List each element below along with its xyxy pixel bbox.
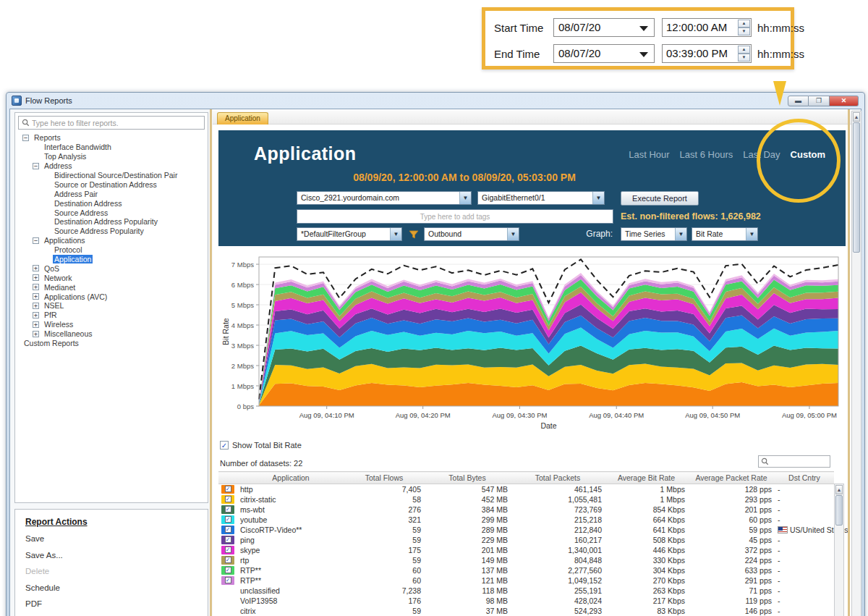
collapse-icon[interactable]: −	[33, 163, 39, 169]
chevron-down-icon[interactable]: ▼	[507, 228, 519, 240]
expand-icon[interactable]: +	[33, 265, 39, 271]
column-header-total-bytes[interactable]: Total Bytes	[424, 472, 511, 484]
series-visible-checkbox[interactable]: ✓	[225, 536, 231, 543]
tree-item-address-pair[interactable]: Address Pair	[17, 189, 206, 198]
table-row[interactable]: ✓ms-wbt276384 MB723,769854 Kbps201 pps-	[218, 505, 834, 515]
range-link-last-hour[interactable]: Last Hour	[629, 149, 669, 160]
close-button[interactable]: ✕	[830, 96, 859, 106]
chevron-down-icon[interactable]: ▼	[592, 192, 604, 204]
tree-item-interface-bandwidth[interactable]: Interface Bandwidth	[17, 143, 206, 152]
table-row[interactable]: ✓RTP**60121 MB1,049,152270 Kbps291 pps-	[218, 575, 834, 586]
tree-item-destination-address[interactable]: Destination Address	[17, 198, 206, 208]
tree-item-nsel[interactable]: +NSEL	[17, 301, 206, 311]
maximize-button[interactable]: ❐	[809, 96, 830, 106]
table-row[interactable]: ✓skype175201 MB1,340,001446 Kbps372 pps-	[218, 545, 834, 555]
table-row[interactable]: citrix5937 MB524,29383 Kbps146 pps-	[218, 606, 834, 616]
time-spinner[interactable]: ▲▼	[738, 46, 750, 62]
chevron-down-icon[interactable]: ▼	[675, 228, 686, 240]
report-filter-searchbox[interactable]	[18, 116, 205, 130]
graph-type-dropdown[interactable]: Time Series▼	[621, 227, 687, 241]
graph-metric-dropdown[interactable]: Bit Rate▼	[692, 227, 758, 241]
series-visible-checkbox[interactable]: ✓	[225, 526, 231, 533]
tree-item-wireless[interactable]: +Wireless	[17, 320, 206, 329]
time-spinner[interactable]: ▲▼	[738, 20, 750, 35]
collapse-icon[interactable]: −	[22, 135, 29, 141]
series-visible-checkbox[interactable]: ✓	[225, 577, 231, 583]
scroll-thumb[interactable]	[835, 495, 843, 526]
action-pdf[interactable]: PDF	[25, 599, 208, 616]
minimize-button[interactable]: ▬	[788, 96, 809, 106]
dropdown-arrow-icon[interactable]	[639, 26, 648, 31]
filter-group-dropdown[interactable]: *DefaultFilterGroup▼	[297, 227, 402, 241]
column-header-application[interactable]: Application	[237, 472, 344, 484]
expand-icon[interactable]: +	[33, 312, 39, 318]
expand-icon[interactable]: +	[33, 303, 39, 309]
spin-down-icon[interactable]: ▼	[738, 28, 750, 35]
expand-icon[interactable]: +	[33, 293, 39, 300]
main-scrollbar[interactable]: ▲	[851, 111, 861, 616]
chevron-down-icon[interactable]: ▼	[746, 228, 757, 240]
column-header-total-packets[interactable]: Total Packets	[511, 472, 605, 484]
show-total-checkbox[interactable]: ✓	[220, 441, 229, 450]
tree-item-miscellaneous[interactable]: +Miscellaneous	[17, 329, 206, 339]
end-date-dropdown[interactable]: 08/07/20	[553, 44, 655, 63]
expand-icon[interactable]: +	[33, 284, 39, 290]
tab-application[interactable]: Application	[217, 112, 268, 125]
tree-item-bidirectional-source-destination-pair[interactable]: Bidirectional Source/Destination Pair	[17, 171, 206, 180]
chevron-down-icon[interactable]: ▼	[459, 192, 471, 204]
chevron-down-icon[interactable]: ▼	[390, 228, 401, 240]
tree-item-applications-avc-[interactable]: +Applications (AVC)	[17, 292, 206, 301]
spin-up-icon[interactable]: ▲	[738, 20, 750, 28]
scroll-up-icon[interactable]: ▲	[835, 485, 843, 494]
tree-item-source-address[interactable]: Source Address	[17, 208, 206, 217]
series-visible-checkbox[interactable]: ✓	[225, 496, 231, 502]
column-header-average-bit-rate[interactable]: Average Bit Rate	[605, 472, 688, 484]
tree-item-address[interactable]: −Address	[17, 161, 206, 171]
tags-input[interactable]	[297, 209, 613, 224]
table-row[interactable]: ✓CiscoRTP-Video**59289 MB212,840641 Kbps…	[218, 525, 834, 535]
execute-report-button[interactable]: Execute Report	[621, 191, 699, 206]
scroll-up-icon[interactable]: ▲	[853, 112, 860, 122]
table-row[interactable]: unclassified7,238118 MB255,191263 Kbps71…	[218, 586, 834, 596]
column-header-average-packet-rate[interactable]: Average Packet Rate	[688, 472, 775, 484]
spin-down-icon[interactable]: ▼	[738, 54, 750, 62]
direction-dropdown[interactable]: Outbound▼	[424, 227, 519, 241]
tree-item-application[interactable]: Application	[17, 255, 206, 264]
table-row[interactable]: ✓http7,405547 MB461,1451 Mbps128 pps-	[218, 484, 834, 494]
tree-item-reports[interactable]: −Reports	[17, 133, 206, 143]
tree-item-top-analysis[interactable]: Top Analysis	[17, 152, 206, 161]
tree-item-source-or-destination-address[interactable]: Source or Destination Address	[17, 180, 206, 189]
range-link-last-day[interactable]: Last Day	[743, 149, 780, 160]
action-schedule[interactable]: Schedule	[25, 583, 208, 600]
series-visible-checkbox[interactable]: ✓	[225, 567, 231, 573]
range-link-custom[interactable]: Custom	[791, 149, 825, 160]
tree-item-custom-reports[interactable]: Custom Reports	[17, 339, 206, 348]
column-header-dst-cntry[interactable]: Dst Cntry	[775, 472, 834, 484]
tree-item-source-address-popularity[interactable]: Source Address Popularity	[17, 227, 206, 236]
dropdown-arrow-icon[interactable]	[639, 52, 648, 57]
action-save[interactable]: Save	[25, 534, 208, 551]
expand-icon[interactable]: +	[33, 331, 39, 337]
column-header-total-flows[interactable]: Total Flows	[344, 472, 424, 484]
source-interface-dropdown[interactable]: GigabitEthernet0/1▼	[477, 191, 605, 205]
filter-funnel-icon[interactable]	[408, 229, 420, 240]
window-titlebar[interactable]: Flow Reports ▬ ❐ ✕	[7, 93, 864, 109]
table-row[interactable]: ✓ping59229 MB160,217508 Kbps45 pps-	[218, 535, 834, 545]
series-visible-checkbox[interactable]: ✓	[225, 557, 231, 563]
table-row[interactable]: ✓rtp59149 MB804,848330 Kbps224 pps-	[218, 555, 834, 565]
table-row[interactable]: ✓citrix-static58452 MB1,055,4811 Mbps293…	[218, 494, 834, 505]
scroll-thumb[interactable]	[853, 122, 860, 253]
collapse-icon[interactable]: −	[33, 237, 39, 244]
range-link-last-6-hours[interactable]: Last 6 Hours	[680, 149, 733, 160]
expand-icon[interactable]: +	[33, 274, 39, 281]
tree-item-destination-address-popularity[interactable]: Destination Address Popularity	[17, 217, 206, 227]
tree-item-medianet[interactable]: +Medianet	[17, 282, 206, 292]
sidebar-splitter[interactable]	[210, 109, 212, 616]
spin-up-icon[interactable]: ▲	[738, 46, 750, 54]
table-row[interactable]: ✓youtube321299 MB215,218664 Kbps60 pps-	[218, 515, 834, 525]
table-scrollbar[interactable]: ▲ ▼	[834, 484, 844, 616]
start-time-field[interactable]: 12:00:00 AM ▲▼	[662, 18, 752, 37]
tree-item-applications[interactable]: −Applications	[17, 236, 206, 245]
table-row[interactable]: VoIP1395817698 MB428,024217 Kbps119 pps-	[218, 596, 834, 606]
series-visible-checkbox[interactable]: ✓	[225, 547, 231, 553]
